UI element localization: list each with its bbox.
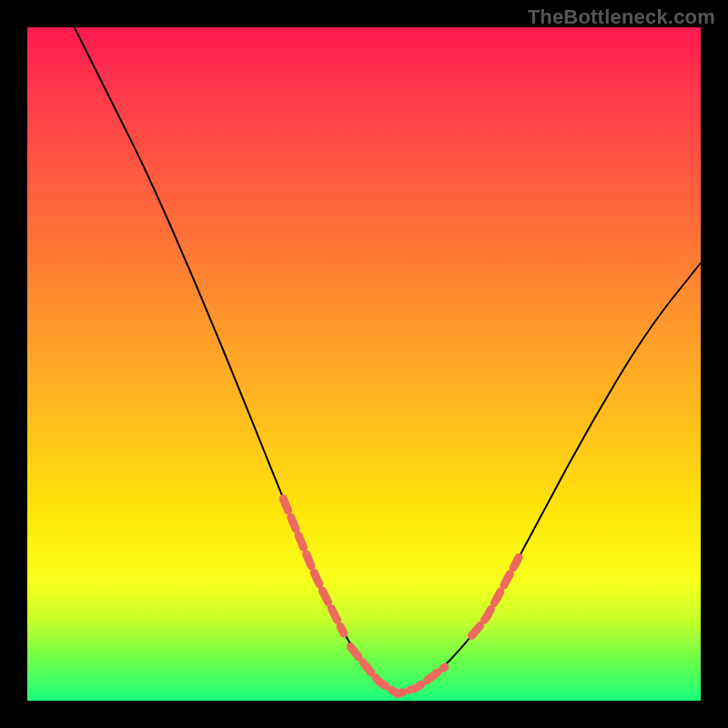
bottleneck-curve — [75, 27, 701, 692]
watermark-text: TheBottleneck.com — [528, 5, 715, 29]
chart-frame: TheBottleneck.com — [0, 0, 728, 728]
highlight-right-cluster — [471, 557, 519, 635]
plot-area — [27, 27, 701, 701]
highlight-valley-cluster — [350, 647, 445, 694]
highlight-left-cluster — [283, 499, 344, 633]
chart-svg — [27, 27, 701, 701]
